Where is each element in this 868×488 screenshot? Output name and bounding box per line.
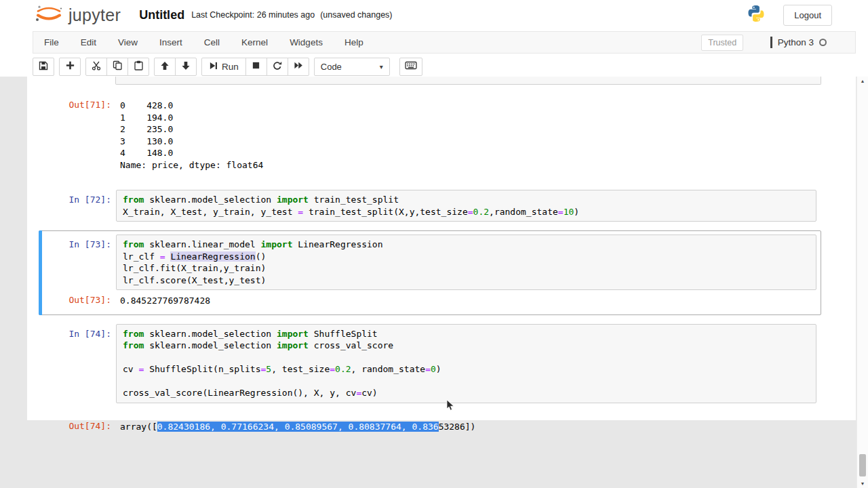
code-token: train_test_split: [309, 195, 399, 205]
command-palette-icon: [405, 60, 417, 73]
menubar: FileEditViewInsertCellKernelWidgetsHelp …: [33, 31, 856, 54]
code-token: 0: [431, 364, 436, 374]
code-token: , random_state: [351, 364, 426, 374]
dropdown-caret-icon: ▾: [380, 63, 383, 70]
code-cell[interactable]: In [72]:from sklearn.model_selection imp…: [39, 186, 821, 226]
move-cell-up-button[interactable]: [154, 58, 176, 76]
checkpoint-status: Last Checkpoint: 26 minutes ago: [191, 10, 315, 20]
code-token: 4 148.0: [120, 148, 173, 158]
trusted-badge[interactable]: Trusted: [701, 35, 743, 51]
notebook-header: jupyter Untitled Last Checkpoint: 26 min…: [0, 0, 868, 77]
code-token: =: [425, 364, 431, 374]
move-up-icon: [160, 61, 170, 73]
restart-run-all-button[interactable]: [288, 58, 309, 76]
input-prompt: In [74]:: [39, 324, 116, 339]
code-editor[interactable]: from sklearn.linear_model import LinearR…: [116, 235, 816, 290]
code-cell[interactable]: In [73]:from sklearn.linear_model import…: [39, 230, 821, 315]
code-token: import: [277, 340, 309, 350]
scroll-down-arrow-icon[interactable]: ▼: [857, 481, 868, 486]
code-token: 0.2: [473, 207, 489, 217]
cell-type-select[interactable]: Code ▾: [314, 58, 390, 76]
code-cell[interactable]: In [74]:from sklearn.model_selection imp…: [39, 320, 821, 407]
code-token: from: [123, 340, 144, 350]
move-cell-down-button[interactable]: [175, 58, 197, 76]
menu-item-cell[interactable]: Cell: [193, 37, 231, 47]
logout-button[interactable]: Logout: [783, 5, 832, 26]
code-token: ): [436, 364, 441, 374]
code-token: cross_val_score: [309, 340, 393, 350]
code-token: 0 428.0: [120, 100, 173, 110]
menu-item-widgets[interactable]: Widgets: [279, 37, 334, 47]
scrollbar-thumb[interactable]: [859, 454, 866, 476]
copy-cell-button[interactable]: [106, 58, 128, 76]
code-token: import: [277, 195, 309, 205]
code-editor[interactable]: from sklearn.model_selection import trai…: [116, 190, 816, 222]
code-token: =: [558, 207, 564, 217]
scrollbar[interactable]: ▲ ▼: [856, 77, 868, 488]
output-prompt: Out[71]:: [39, 95, 116, 110]
add-cell-icon: [66, 61, 75, 72]
code-token: array([: [120, 422, 157, 432]
brand-row: jupyter Untitled Last Checkpoint: 26 min…: [0, 0, 868, 30]
code-token: import: [261, 239, 293, 249]
code-token: cross_val_score(LinearRegression(), X, y…: [123, 388, 356, 398]
code-token: 0.2: [335, 364, 351, 374]
code-token: lr_clf.fit(X_train,y_train): [123, 263, 266, 273]
menu-item-insert[interactable]: Insert: [149, 37, 193, 47]
save-button[interactable]: [33, 58, 54, 76]
interrupt-kernel-button[interactable]: [245, 58, 267, 76]
run-cell-button[interactable]: Run: [201, 58, 246, 76]
menu-item-help[interactable]: Help: [334, 37, 374, 47]
code-token: Name: price, dtype: float64: [120, 160, 263, 170]
code-token: 10: [564, 207, 574, 217]
copy-icon: [113, 60, 123, 73]
unsaved-changes-status: (unsaved changes): [320, 10, 392, 20]
code-token: train_test_split(X,y,test_size: [303, 207, 468, 217]
jupyter-logo-icon[interactable]: [34, 5, 64, 25]
output-prompt: Out[74]:: [39, 416, 116, 431]
code-token: ShuffleSplit(n_splits: [144, 364, 260, 374]
code-token: =: [160, 251, 165, 262]
command-palette-button[interactable]: [399, 58, 422, 76]
brand-text[interactable]: jupyter: [68, 5, 121, 25]
code-token: 3 130.0: [120, 136, 173, 146]
cut-cell-button[interactable]: [85, 58, 107, 76]
code-token: lr_clf: [123, 251, 160, 262]
partial-code-cell[interactable]: [115, 77, 821, 85]
code-token: from: [123, 195, 144, 205]
scroll-up-arrow-icon[interactable]: ▲: [857, 79, 868, 83]
kernel-name: Python 3: [778, 37, 814, 47]
paste-cell-button[interactable]: [127, 58, 149, 76]
output-cell[interactable]: Out[74]:array([0.82430186, 0.77166234, 0…: [39, 412, 821, 439]
cut-icon: [92, 61, 101, 73]
menu-item-kernel[interactable]: Kernel: [231, 37, 279, 47]
restart-kernel-button[interactable]: [267, 58, 288, 76]
code-token: cv): [361, 388, 377, 398]
toolbar: Run Code ▾: [33, 57, 422, 76]
code-token: X_train, X_test, y_train, y_test: [123, 207, 298, 217]
insert-cell-button[interactable]: [59, 58, 81, 76]
cell-type-value: Code: [321, 62, 342, 72]
notebook-area: Out[71]:0 428.0 1 194.0 2 235.0 3 130.0 …: [27, 77, 856, 420]
output-text: 0.845227769787428: [116, 290, 210, 308]
code-editor[interactable]: from sklearn.model_selection import Shuf…: [116, 324, 816, 403]
kernel-separator: [770, 37, 772, 48]
paste-icon: [134, 60, 144, 73]
output-cell[interactable]: Out[71]:0 428.0 1 194.0 2 235.0 3 130.0 …: [39, 91, 821, 176]
code-token: 2 235.0: [120, 124, 173, 134]
kernel-indicator: Python 3: [770, 37, 827, 48]
run-icon: [209, 61, 218, 73]
save-icon: [39, 61, 48, 73]
notebook-title[interactable]: Untitled: [139, 8, 184, 22]
code-token: 5: [266, 364, 271, 374]
menu-item-view[interactable]: View: [107, 37, 149, 47]
menu-item-edit[interactable]: Edit: [70, 37, 107, 47]
code-token: 1 194.0: [120, 113, 173, 123]
code-token: from: [123, 329, 144, 339]
code-token: from: [123, 239, 144, 249]
kernel-idle-icon: [819, 39, 827, 46]
selected-text: 0.82430186, 0.77166234, 0.85089567, 0.80…: [157, 422, 439, 432]
menu-item-file[interactable]: File: [41, 37, 70, 47]
code-token: ): [574, 207, 579, 217]
code-token: sklearn.model_selection: [144, 340, 277, 350]
